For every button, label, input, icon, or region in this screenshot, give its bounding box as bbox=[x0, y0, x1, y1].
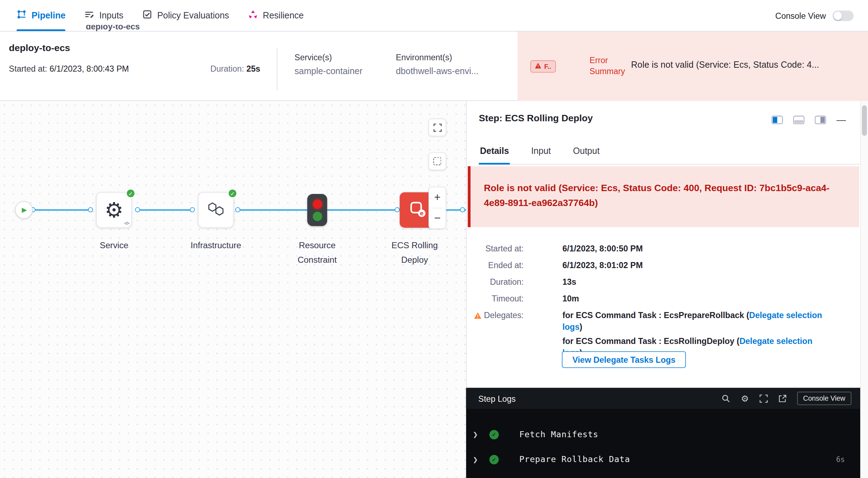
step-panel-title: Step: ECS Rolling Deploy bbox=[479, 113, 593, 124]
edge bbox=[238, 210, 307, 211]
step-logs-title: Step Logs bbox=[478, 394, 516, 403]
tab-input[interactable]: Input bbox=[530, 142, 552, 164]
layout-split-right-icon[interactable] bbox=[815, 116, 826, 124]
delegate-warning-icon bbox=[474, 310, 482, 322]
delegates-label: Delegates: bbox=[467, 309, 524, 322]
canvas-zoom-controls: + − bbox=[428, 187, 446, 229]
tab-pipeline[interactable]: Pipeline bbox=[17, 0, 66, 31]
layout-split-left-icon[interactable] bbox=[772, 116, 783, 124]
tab-inputs-label: Inputs bbox=[99, 11, 123, 21]
detail-row: Duration: 13s bbox=[467, 276, 852, 288]
minimize-panel-button[interactable]: — bbox=[836, 115, 846, 125]
edge-dot bbox=[190, 207, 195, 212]
detail-label: Timeout: bbox=[467, 293, 524, 304]
services-label: Service(s) bbox=[294, 52, 362, 62]
node-infrastructure[interactable]: ✓ bbox=[198, 192, 233, 228]
edge-dot bbox=[235, 207, 240, 212]
detail-label: Ended at: bbox=[467, 259, 524, 271]
detail-label: Duration: bbox=[467, 276, 524, 288]
open-external-icon[interactable] bbox=[778, 394, 787, 402]
log-success-check-icon: ✓ bbox=[489, 430, 499, 439]
node-resource-constraint[interactable] bbox=[307, 194, 327, 226]
marquee-icon bbox=[433, 157, 441, 165]
step-logs-panel: Step Logs ⚙ Console View ❯ ✓ Fetch Manif… bbox=[466, 388, 861, 478]
console-view-toggle[interactable] bbox=[833, 10, 853, 21]
detail-value: 10m bbox=[563, 293, 579, 304]
zoom-in-button[interactable]: + bbox=[429, 187, 446, 207]
edge-dot bbox=[395, 207, 400, 212]
step-details-list: Started at: 6/1/2023, 8:00:50 PM Ended a… bbox=[467, 243, 852, 363]
code-icon: </> bbox=[124, 221, 129, 226]
tab-output[interactable]: Output bbox=[572, 142, 601, 164]
pipeline-start-node[interactable]: ▶ bbox=[15, 201, 33, 219]
tab-policy-evaluations[interactable]: Policy Evaluations bbox=[142, 0, 229, 31]
log-step-name: Prepare Rollback Data bbox=[519, 454, 630, 464]
tab-resilience-label: Resilience bbox=[263, 11, 304, 21]
scrolled-title-sliver: deploy-to-ecs bbox=[86, 25, 140, 32]
edge-dot bbox=[135, 207, 140, 212]
app-window: Pipeline Inputs Policy Evaluations Resil… bbox=[0, 0, 868, 478]
success-check-icon: ✓ bbox=[227, 188, 237, 198]
detail-label: Started at: bbox=[467, 243, 524, 254]
detail-value: 6/1/2023, 8:00:50 PM bbox=[563, 243, 643, 254]
search-icon[interactable] bbox=[722, 394, 731, 403]
scrollbar-thumb[interactable] bbox=[862, 105, 867, 136]
step-logs-header: Step Logs ⚙ Console View bbox=[466, 388, 861, 409]
settings-gear-icon[interactable]: ⚙ bbox=[741, 393, 749, 404]
warning-triangle-icon bbox=[535, 63, 541, 71]
log-step-duration: 6s bbox=[836, 455, 845, 463]
fullscreen-icon[interactable] bbox=[759, 394, 767, 402]
hexagons-icon bbox=[207, 200, 225, 221]
logs-console-view-button[interactable]: Console View bbox=[797, 392, 851, 405]
duration-value: 25s bbox=[246, 64, 260, 73]
environments-value[interactable]: dbothwell-aws-envi... bbox=[396, 67, 478, 77]
failed-status-badge[interactable]: F.. bbox=[530, 60, 556, 72]
canvas-fullscreen-button[interactable] bbox=[428, 118, 446, 136]
tab-resilience[interactable]: Resilience bbox=[248, 0, 304, 31]
services-value[interactable]: sample-container bbox=[294, 67, 362, 77]
chevron-right-icon[interactable]: ❯ bbox=[473, 456, 478, 463]
node-service[interactable]: ⚙ </> ✓ bbox=[96, 192, 132, 228]
play-icon: ▶ bbox=[22, 206, 27, 214]
duration-label: Duration: bbox=[210, 64, 244, 73]
detail-value: 13s bbox=[563, 276, 576, 288]
log-step-name: Fetch Manifests bbox=[519, 429, 598, 439]
zoom-out-button[interactable]: − bbox=[429, 208, 446, 228]
detail-row: Timeout: 10m bbox=[467, 293, 852, 304]
layout-split-bottom-icon[interactable] bbox=[793, 116, 804, 124]
detail-row: Ended at: 6/1/2023, 8:01:02 PM bbox=[467, 259, 852, 271]
environments-block: Environment(s) dbothwell-aws-envi... bbox=[396, 52, 478, 76]
traffic-light-green bbox=[312, 211, 322, 221]
edge-dot bbox=[88, 207, 93, 212]
step-error-banner: Role is not valid (Service: Ecs, Status … bbox=[468, 166, 859, 227]
environments-label: Environment(s) bbox=[396, 52, 478, 62]
policy-check-icon bbox=[142, 10, 152, 22]
pipeline-canvas[interactable]: ▶ ⚙ </> ✓ Service ✓ Infrastructure Resou… bbox=[0, 101, 466, 478]
log-success-check-icon: ✓ bbox=[489, 455, 499, 464]
tab-policy-evaluations-label: Policy Evaluations bbox=[157, 11, 229, 21]
edge bbox=[138, 210, 193, 211]
node-label-resource-constraint: Resource Constraint bbox=[284, 238, 351, 267]
tab-details[interactable]: Details bbox=[479, 142, 510, 164]
chevron-right-icon[interactable]: ❯ bbox=[473, 431, 478, 438]
svg-text:e: e bbox=[420, 210, 424, 217]
traffic-light-red bbox=[312, 199, 322, 209]
console-view-label: Console View bbox=[775, 11, 826, 20]
failed-badge-text: F.. bbox=[544, 63, 551, 71]
log-row-prepare-rollback-data[interactable]: ❯ ✓ Prepare Rollback Data 6s bbox=[466, 452, 861, 467]
resilience-icon bbox=[248, 10, 258, 22]
ecs-icon: e bbox=[407, 199, 427, 221]
view-delegate-tasks-logs-button[interactable]: View Delegate Tasks Logs bbox=[562, 351, 686, 368]
started-at-value: 6/1/2023, 8:00:43 PM bbox=[50, 64, 129, 73]
execution-header: deploy-to-ecs Started at: 6/1/2023, 8:00… bbox=[0, 32, 868, 101]
edge-dot bbox=[460, 207, 465, 212]
toggle-knob bbox=[834, 11, 842, 20]
node-label-ecs-rolling-deploy: ECS Rolling Deploy bbox=[382, 238, 448, 267]
step-panel-tabs: Details Input Output bbox=[479, 142, 861, 165]
started-at: Started at: 6/1/2023, 8:00:43 PM bbox=[9, 64, 129, 73]
canvas-marquee-select-button[interactable] bbox=[428, 152, 446, 170]
node-label-infrastructure: Infrastructure bbox=[180, 238, 252, 253]
log-row-fetch-manifests[interactable]: ❯ ✓ Fetch Manifests bbox=[466, 427, 861, 442]
vertical-scrollbar[interactable] bbox=[860, 101, 868, 478]
node-label-service: Service bbox=[78, 238, 150, 253]
